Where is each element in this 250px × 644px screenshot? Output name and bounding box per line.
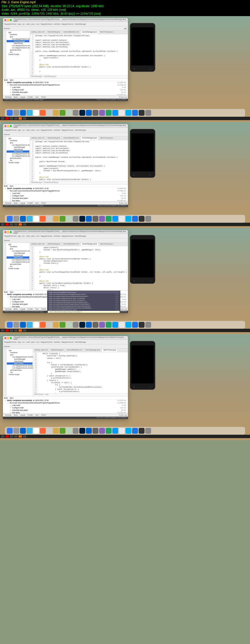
dock-app[interactable] [53, 110, 59, 116]
dock-app[interactable] [66, 110, 72, 116]
dock-app[interactable] [139, 216, 144, 222]
photoshop-icon[interactable] [79, 110, 85, 116]
finder-icon[interactable] [7, 428, 13, 434]
mail-icon[interactable] [26, 428, 32, 434]
macos-menubar[interactable] [0, 435, 250, 438]
tab-activity-main[interactable]: activity_main.xml [30, 137, 46, 140]
recents-icon[interactable]: □ [150, 68, 152, 70]
build-panel[interactable]: Build Sync ✓Build: completed successfull… [3, 184, 128, 201]
home-icon[interactable]: ○ [141, 386, 144, 388]
tree-gamemanager[interactable]: GameManager [6, 146, 29, 148]
tree-pkg[interactable]: com.flappybirdclone.devtides.flappybi [6, 38, 29, 40]
tree-res[interactable]: res [6, 51, 29, 53]
photoshop-icon[interactable] [79, 216, 85, 222]
back-icon[interactable]: ◁ [133, 174, 136, 176]
autocomplete-popup[interactable]: public void setThread(MainThread thread)… [47, 290, 120, 313]
finder-icon[interactable] [7, 322, 13, 328]
menubar-item[interactable] [23, 117, 26, 120]
menubar-item[interactable] [14, 117, 18, 120]
tab-manifest[interactable]: AndroidManifest.xml [62, 137, 80, 140]
dock-app[interactable] [60, 216, 66, 222]
tree-java[interactable]: java [6, 142, 29, 144]
dock-app[interactable] [60, 428, 66, 434]
tree-generated[interactable]: generatedJava [6, 157, 29, 159]
dock-app[interactable] [99, 110, 105, 116]
settings-icon[interactable] [145, 110, 151, 116]
menubar-item[interactable] [5, 117, 9, 120]
tree-mainactivity[interactable]: MainActivity [6, 42, 29, 44]
maximize-icon[interactable] [10, 125, 12, 127]
device-emulator[interactable]: ◁ ○ □ [130, 23, 155, 72]
menubar-item[interactable] [14, 329, 18, 332]
dock-app[interactable] [112, 322, 118, 328]
maximize-icon[interactable] [10, 231, 12, 233]
dock-app[interactable] [139, 428, 144, 434]
dock-app[interactable] [92, 110, 98, 116]
code-content[interactable]: package com.flappybirdclone.devtides.fla… [34, 34, 128, 75]
terminal-tab[interactable]: Terminal [4, 96, 12, 98]
dock-app[interactable] [73, 216, 78, 222]
macos-dock[interactable] [5, 109, 245, 117]
tree-java[interactable]: java [6, 36, 29, 38]
home-icon[interactable]: ○ [141, 280, 144, 282]
logcat-tab[interactable]: Logcat [19, 96, 26, 98]
dock-app[interactable] [66, 428, 72, 434]
dock-app[interactable] [99, 428, 105, 434]
titlebar[interactable]: FlappyBirdClone [~/AndroidStudioProjects… [3, 124, 128, 128]
code-content[interactable]: super(context); thread = new MainThread(… [34, 246, 128, 290]
home-icon[interactable]: ○ [141, 68, 144, 70]
menubar-item[interactable] [14, 223, 18, 226]
dock-app[interactable] [126, 428, 131, 434]
finder-icon[interactable] [7, 216, 13, 222]
build-tab[interactable]: Build [4, 79, 8, 81]
tree-manifests[interactable]: manifests [6, 140, 29, 142]
tab-gamemanager[interactable]: GameManager.java [80, 137, 99, 140]
dock-app[interactable] [86, 428, 92, 434]
vlc-icon[interactable] [18, 223, 22, 226]
dock-app[interactable] [126, 216, 131, 222]
finder-icon[interactable] [7, 110, 13, 116]
editor-breadcrumb[interactable]: MainThread › run() [33, 393, 128, 396]
dock-app[interactable] [132, 428, 138, 434]
ac-item[interactable]: public void addKeyboardNavigationCluster… [48, 301, 120, 303]
dock-app[interactable] [14, 216, 19, 222]
dock-app[interactable] [92, 428, 98, 434]
dock-app[interactable] [126, 110, 131, 116]
settings-icon[interactable] [145, 216, 151, 222]
menubar-item[interactable] [14, 435, 18, 438]
dock-app[interactable] [73, 322, 78, 328]
device-emulator[interactable]: ◁ ○ □ [130, 235, 155, 284]
editor-breadcrumb[interactable]: GameManager › GameManager() [30, 75, 128, 78]
dock-app[interactable] [126, 322, 131, 328]
tab-mainactivity[interactable]: MainActivity.java [46, 31, 62, 34]
build-tab[interactable]: Build [4, 185, 8, 187]
tab-activity-main[interactable]: activity_main.xml [30, 31, 46, 34]
device-emulator[interactable]: ◁ ○ □ [130, 341, 155, 390]
back-icon[interactable]: ◁ [133, 280, 136, 282]
todo-tab[interactable]: TODO [40, 96, 47, 98]
safari-icon[interactable] [20, 428, 26, 434]
menubar-item[interactable] [5, 435, 9, 438]
dock-app[interactable] [40, 322, 46, 328]
menubar-item[interactable] [5, 223, 9, 226]
dock-app[interactable] [14, 428, 19, 434]
settings-icon[interactable] [145, 322, 151, 328]
ac-item[interactable]: public void addFocusables(ArrayList view… [48, 297, 120, 299]
build-tab-bottom[interactable]: Build [13, 96, 18, 98]
menubar-item[interactable] [10, 329, 13, 332]
dock-app[interactable] [86, 110, 92, 116]
tree-pkg3[interactable]: com.flappybirdclone.devtides.flappybi [6, 47, 29, 49]
profiler-tab[interactable]: Profiler [26, 96, 34, 98]
dock-app[interactable] [139, 110, 144, 116]
photoshop-icon[interactable] [79, 322, 85, 328]
dock-app[interactable] [46, 428, 52, 434]
tree-generated[interactable]: generatedJava [6, 49, 29, 51]
dock-app[interactable] [14, 110, 19, 116]
maximize-icon[interactable] [10, 337, 12, 339]
code-editor[interactable]: 3334353637383940414243444546474849505152… [33, 352, 128, 393]
dock-app[interactable] [14, 322, 19, 328]
dock-app[interactable] [119, 216, 125, 222]
dock-app[interactable] [53, 428, 59, 434]
ac-item[interactable]: public void addFocusables(ArrayList view… [48, 299, 120, 301]
menubar-item[interactable] [10, 435, 13, 438]
